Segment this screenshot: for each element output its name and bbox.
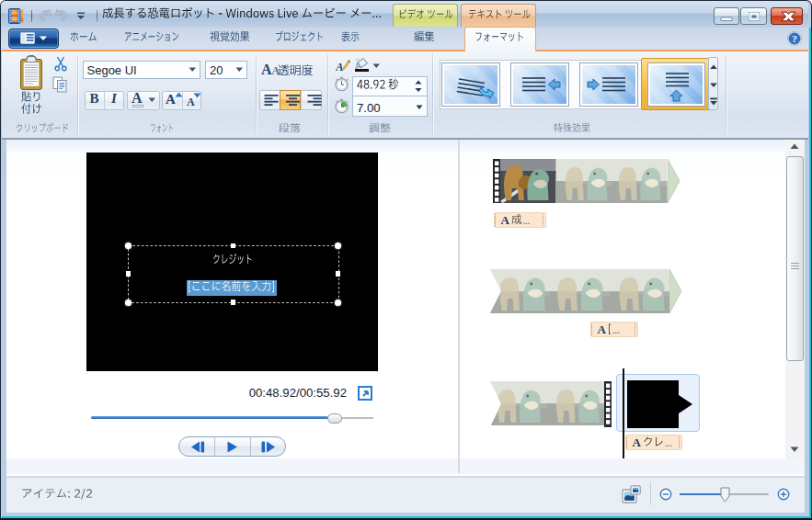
- svg-text:A: A: [336, 60, 344, 73]
- svg-text:?: ?: [792, 33, 797, 44]
